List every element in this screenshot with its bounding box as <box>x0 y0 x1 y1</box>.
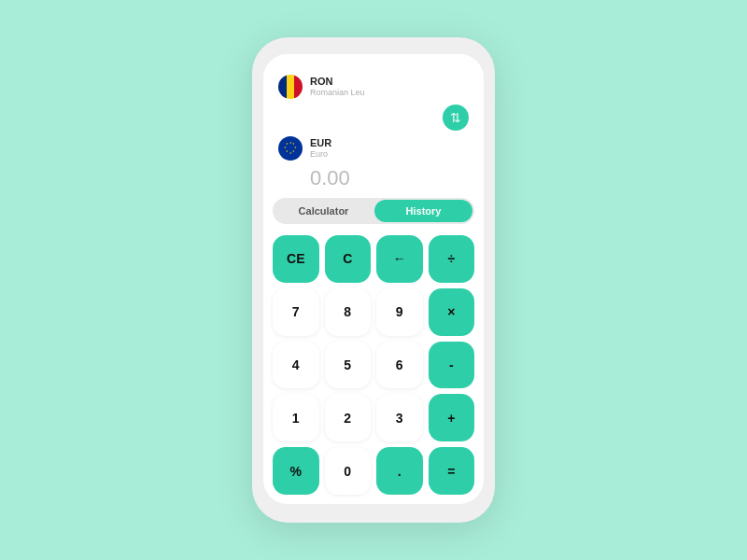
keypad-row-3: 4 5 6 - <box>273 342 474 389</box>
swap-row: ⇅ <box>278 99 469 136</box>
screen: RON Romanian Leu ⇅ ★ ★ ★ <box>263 54 484 504</box>
key-decimal[interactable]: . <box>376 447 423 495</box>
keypad-row-1: CE C ← ÷ <box>273 235 474 283</box>
ron-flag <box>278 75 303 99</box>
to-currency-name: Euro <box>310 149 331 160</box>
eu-flag: ★ ★ ★ ★ ★ ★ ★ ★ <box>278 136 303 161</box>
to-currency-code: EUR <box>310 137 331 149</box>
keypad: CE C ← ÷ 7 8 9 × 4 5 6 - 1 2 <box>263 231 484 504</box>
to-currency-info: EUR Euro <box>310 137 331 160</box>
key-0[interactable]: 0 <box>325 447 372 495</box>
key-add[interactable]: + <box>429 394 475 441</box>
tab-bar: Calculator History <box>273 198 474 224</box>
key-percent[interactable]: % <box>273 447 319 495</box>
key-multiply[interactable]: × <box>429 288 475 336</box>
tab-history[interactable]: History <box>374 200 472 222</box>
svg-text:★: ★ <box>284 146 287 149</box>
key-subtract[interactable]: - <box>429 342 475 389</box>
from-currency-info: RON Romanian Leu <box>310 76 365 98</box>
svg-text:★: ★ <box>289 151 292 155</box>
eu-flag-svg: ★ ★ ★ ★ ★ ★ ★ ★ <box>280 138 301 159</box>
key-8[interactable]: 8 <box>325 288 372 336</box>
phone-shell: RON Romanian Leu ⇅ ★ ★ ★ <box>252 37 495 523</box>
tab-history-label: History <box>406 205 442 217</box>
keypad-row-4: 1 2 3 + <box>273 394 474 441</box>
key-1[interactable]: 1 <box>273 394 319 441</box>
from-currency-area: RON Romanian Leu ⇅ ★ ★ ★ <box>263 54 484 190</box>
to-currency-amount: 0.00 <box>278 161 469 190</box>
svg-text:★: ★ <box>286 149 289 153</box>
swap-button[interactable]: ⇅ <box>443 105 469 131</box>
key-3[interactable]: 3 <box>376 394 423 441</box>
notch <box>336 37 411 54</box>
key-6[interactable]: 6 <box>376 342 423 389</box>
key-4[interactable]: 4 <box>273 342 319 389</box>
key-backspace[interactable]: ← <box>376 235 423 283</box>
key-ce[interactable]: CE <box>273 235 319 283</box>
swap-icon: ⇅ <box>450 110 461 125</box>
from-currency-name: Romanian Leu <box>310 88 365 98</box>
svg-text:★: ★ <box>286 142 289 146</box>
svg-text:★: ★ <box>289 141 292 145</box>
svg-text:★: ★ <box>292 149 295 153</box>
from-currency-row: RON Romanian Leu <box>278 75 469 99</box>
to-currency-row: ★ ★ ★ ★ ★ ★ ★ ★ EUR Euro <box>278 136 469 161</box>
key-7[interactable]: 7 <box>273 288 319 336</box>
tab-calculator-label: Calculator <box>299 205 349 217</box>
tab-calculator[interactable]: Calculator <box>275 200 373 222</box>
from-currency-code: RON <box>310 76 365 88</box>
keypad-row-2: 7 8 9 × <box>273 288 474 336</box>
key-divide[interactable]: ÷ <box>429 235 475 283</box>
key-2[interactable]: 2 <box>325 394 372 441</box>
key-9[interactable]: 9 <box>376 288 423 336</box>
key-c[interactable]: C <box>325 235 372 283</box>
key-5[interactable]: 5 <box>325 342 372 389</box>
keypad-row-5: % 0 . = <box>273 447 474 495</box>
key-equals[interactable]: = <box>429 447 475 495</box>
